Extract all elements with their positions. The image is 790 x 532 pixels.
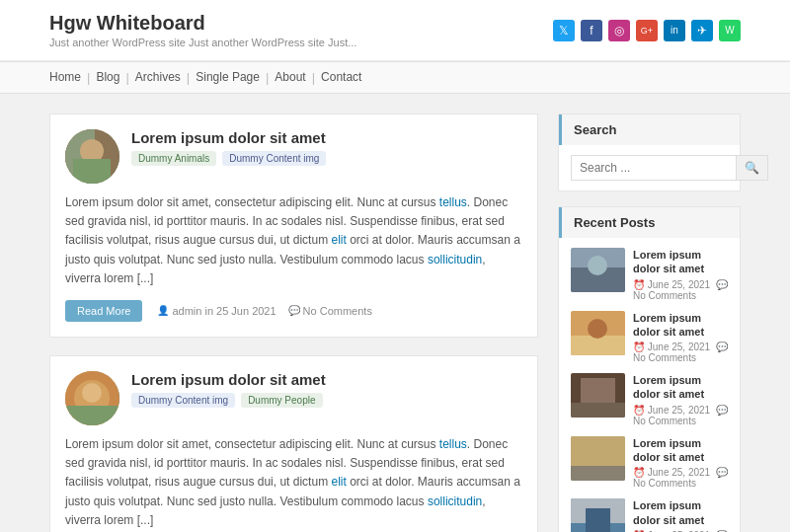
telegram-icon[interactable]: ✈ [691, 20, 713, 41]
search-input[interactable] [571, 155, 737, 181]
recent-post-meta-2: ⏰ June 25, 2021 💬 No Comments [633, 342, 728, 363]
search-button[interactable]: 🔍 [737, 155, 768, 181]
post-1-author: 👤 admin in 25 Jun 2021 [157, 305, 276, 317]
post-1-tag-1[interactable]: Dummy Animals [131, 151, 216, 166]
recent-post-meta-4: ⏰ June 25, 2021 💬 No Comments [633, 467, 728, 489]
recent-post-info-1: Lorem ipsum dolor sit amet ⏰ June 25, 20… [633, 248, 728, 301]
recent-post-meta-3: ⏰ June 25, 2021 💬 No Comments [633, 405, 728, 426]
post-2-tag-2[interactable]: Dummy People [241, 393, 322, 408]
recent-post-title-3[interactable]: Lorem ipsum dolor sit amet [633, 373, 728, 402]
recent-post-item-1: Lorem ipsum dolor sit amet ⏰ June 25, 20… [571, 248, 728, 301]
svg-rect-25 [586, 508, 610, 532]
recent-post-item-4: Lorem ipsum dolor sit amet ⏰ June 25, 20… [571, 436, 728, 490]
post-2-link-1[interactable]: tellus [439, 437, 467, 451]
svg-rect-15 [571, 336, 625, 355]
recent-posts-widget-content: Lorem ipsum dolor sit amet ⏰ June 25, 20… [559, 238, 740, 532]
svg-point-13 [588, 256, 607, 275]
post-1-tags: Dummy Animals Dummy Content img [131, 151, 522, 166]
svg-rect-6 [65, 406, 119, 425]
post-1-link-2[interactable]: elit [331, 233, 346, 247]
recent-post-info-4: Lorem ipsum dolor sit amet ⏰ June 25, 20… [633, 436, 728, 490]
site-description: Just another WordPress site Just another… [49, 37, 356, 48]
twitter-icon[interactable]: 𝕏 [553, 20, 575, 41]
recent-post-info-3: Lorem ipsum dolor sit amet ⏰ June 25, 20… [633, 373, 728, 426]
search-widget-title: Search [559, 114, 740, 145]
whatsapp-icon[interactable]: W [719, 20, 741, 41]
site-header: Hgw Whiteboard Just another WordPress si… [0, 0, 790, 61]
recent-post-comments-1[interactable]: No Comments [633, 290, 696, 301]
post-1-title[interactable]: Lorem ipsum dolor sit amet [131, 129, 522, 146]
recent-post-title-5[interactable]: Lorem ipsum dolor sit amet [633, 498, 728, 527]
post-2-link-3[interactable]: sollicitudin [428, 494, 482, 508]
instagram-icon[interactable]: ◎ [608, 20, 630, 41]
nav-sep: | [266, 70, 269, 85]
recent-post-thumb-1 [571, 248, 625, 292]
recent-post-thumb-3 [571, 373, 625, 418]
recent-post-item-5: Lorem ipsum dolor sit amet ⏰ June 25, 20… [571, 498, 728, 532]
recent-posts-widget: Recent Posts Lorem ipsum dolor sit amet … [558, 206, 741, 532]
site-nav: Home | Blog | Archives | Single Page | A… [0, 61, 790, 94]
facebook-icon[interactable]: f [581, 20, 602, 41]
recent-post-thumb-4 [571, 436, 625, 481]
post-1: Lorem ipsum dolor sit amet Dummy Animals… [49, 114, 538, 338]
post-2-link-2[interactable]: elit [331, 475, 346, 489]
recent-post-info-2: Lorem ipsum dolor sit amet ⏰ June 25, 20… [633, 311, 728, 364]
recent-post-item-2: Lorem ipsum dolor sit amet ⏰ June 25, 20… [571, 311, 728, 364]
nav-contact[interactable]: Contact [321, 70, 361, 85]
post-1-read-more[interactable]: Read More [65, 300, 142, 322]
site-title: Hgw Whiteboard [49, 12, 356, 35]
social-icons: 𝕏 f ◎ G+ in ✈ W [553, 20, 741, 41]
nav-sep: | [87, 70, 90, 85]
recent-post-title-4[interactable]: Lorem ipsum dolor sit amet [633, 436, 728, 465]
googleplus-icon[interactable]: G+ [636, 20, 658, 41]
post-1-tag-2[interactable]: Dummy Content img [222, 151, 326, 166]
post-2-tags: Dummy Content img Dummy People [131, 393, 522, 408]
post-2: Lorem ipsum dolor sit amet Dummy Content… [49, 355, 538, 532]
recent-post-comments-2[interactable]: No Comments [633, 352, 696, 363]
post-2-title[interactable]: Lorem ipsum dolor sit amet [131, 371, 522, 388]
recent-post-meta-1: ⏰ June 25, 2021 💬 No Comments [633, 279, 728, 301]
svg-rect-19 [571, 403, 625, 418]
nav-sep: | [125, 70, 128, 85]
recent-post-thumb-2 [571, 311, 625, 355]
nav-home[interactable]: Home [49, 70, 81, 85]
post-1-meta: 👤 admin in 25 Jun 2021 💬 No Comments [157, 305, 371, 317]
nav-about[interactable]: About [275, 70, 305, 85]
main-content: Lorem ipsum dolor sit amet Dummy Animals… [49, 114, 538, 532]
recent-posts-widget-title: Recent Posts [559, 207, 740, 238]
post-1-comments: 💬 No Comments [288, 305, 372, 317]
nav-sep: | [312, 70, 315, 85]
recent-post-comments-3[interactable]: No Comments [633, 416, 696, 426]
recent-post-thumb-5 [571, 498, 625, 532]
post-1-link-3[interactable]: sollicitudin [428, 253, 482, 266]
post-1-title-area: Lorem ipsum dolor sit amet Dummy Animals… [131, 129, 522, 166]
linkedin-icon[interactable]: in [664, 20, 685, 41]
post-1-excerpt: Lorem ipsum dolor sit amet, consectetur … [65, 193, 522, 288]
nav-blog[interactable]: Blog [96, 70, 119, 85]
recent-post-item-3: Lorem ipsum dolor sit amet ⏰ June 25, 20… [571, 373, 728, 426]
svg-point-16 [588, 319, 607, 339]
post-2-tag-1[interactable]: Dummy Content img [131, 393, 235, 408]
recent-post-info-5: Lorem ipsum dolor sit amet ⏰ June 25, 20… [633, 498, 728, 532]
nav-single-page[interactable]: Single Page [196, 70, 260, 85]
sidebar: Search 🔍 Recent Posts [558, 114, 741, 532]
recent-post-title-2[interactable]: Lorem ipsum dolor sit amet [633, 311, 728, 340]
post-2-avatar [65, 371, 119, 425]
post-2-title-area: Lorem ipsum dolor sit amet Dummy Content… [131, 371, 522, 408]
svg-rect-21 [571, 436, 625, 466]
post-2-excerpt: Lorem ipsum dolor sit amet, consectetur … [65, 435, 522, 530]
nav-archives[interactable]: Archives [135, 70, 181, 85]
search-widget-content: 🔍 [559, 145, 740, 190]
search-widget: Search 🔍 [558, 114, 741, 191]
nav-sep: | [187, 70, 190, 85]
recent-post-title-1[interactable]: Lorem ipsum dolor sit amet [633, 248, 728, 276]
search-box: 🔍 [571, 155, 728, 181]
svg-point-7 [82, 383, 102, 403]
post-1-footer: Read More 👤 admin in 25 Jun 2021 💬 No Co… [65, 300, 522, 322]
site-content: Lorem ipsum dolor sit amet Dummy Animals… [0, 94, 790, 532]
recent-post-comments-4[interactable]: No Comments [633, 478, 696, 489]
svg-rect-22 [571, 466, 625, 481]
post-1-link-1[interactable]: tellus [439, 195, 467, 209]
svg-rect-3 [73, 159, 111, 184]
post-1-avatar [65, 129, 119, 184]
